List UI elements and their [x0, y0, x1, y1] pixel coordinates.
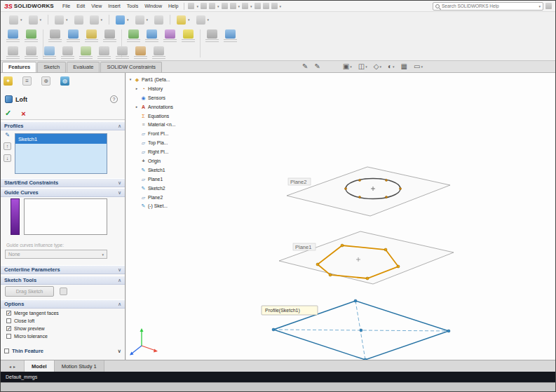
chevron-down-icon[interactable]: ▾	[538, 4, 541, 8]
ribbon-tool[interactable]	[205, 29, 219, 43]
plane1-face[interactable]	[279, 231, 454, 284]
section-centerline-parameters[interactable]: Centerline Parameters ∨	[1, 265, 125, 274]
open-document-icon[interactable]	[201, 3, 207, 9]
undo-icon[interactable]	[230, 3, 236, 9]
chevron-down-icon[interactable]: ▾	[250, 4, 252, 8]
search-input[interactable]	[442, 4, 536, 8]
expand-arrow-icon[interactable]: ▸	[135, 86, 139, 90]
file-properties-icon[interactable]	[263, 3, 269, 9]
tab-model[interactable]: Model	[25, 360, 55, 372]
appearance-icon[interactable]	[177, 15, 186, 25]
tree-item-front-plane[interactable]: ▱ Front Pl...	[135, 129, 187, 138]
chevron-down-icon[interactable]: ▾	[365, 65, 367, 69]
toolbar-group[interactable]: ▾	[196, 15, 210, 25]
move-up-button[interactable]: ↑	[4, 142, 11, 150]
tool-icon[interactable]	[29, 15, 38, 25]
tool-icon[interactable]	[55, 15, 64, 25]
section-profiles[interactable]: Profiles ∧	[1, 121, 125, 130]
checkbox-merge-tangent-faces[interactable]: ✓ Merge tangent faces	[6, 309, 59, 316]
tree-item-plane2[interactable]: ▱ Plane2	[135, 193, 187, 202]
toolbar-group[interactable]: ▾	[90, 15, 103, 25]
feature-manager-tab-icon[interactable]: ≡	[22, 76, 32, 86]
tree-item-sketch1[interactable]: ✎ Sketch1	[135, 165, 187, 175]
ribbon-tool[interactable]	[6, 46, 20, 60]
help-icon[interactable]: ?	[110, 95, 118, 103]
tree-item-right-plane[interactable]: ▱ Right Pl...	[135, 147, 187, 156]
plane1-label[interactable]: Plane1	[295, 244, 311, 250]
menu-file[interactable]: File	[60, 4, 72, 8]
checkbox-icon[interactable]	[4, 349, 9, 353]
chevron-down-icon[interactable]: ▾	[208, 18, 210, 22]
print-icon[interactable]	[222, 3, 228, 9]
sketch-pencil-icon[interactable]: ✎	[314, 62, 320, 70]
menu-view[interactable]: View	[89, 4, 104, 8]
menu-edit[interactable]: Edit	[74, 4, 87, 8]
cancel-button[interactable]: ×	[21, 109, 25, 118]
tree-item-history[interactable]: ▸ ◔ History	[135, 84, 187, 93]
tool-icon[interactable]	[9, 15, 18, 25]
scroll-right-icon[interactable]: ▸	[13, 364, 15, 369]
profile-list-item[interactable]: Sketch1	[15, 134, 107, 144]
ribbon-tool[interactable]	[103, 29, 116, 43]
ribbon-tool[interactable]	[134, 46, 147, 60]
tool-icon[interactable]	[90, 15, 99, 25]
plane2-label[interactable]: Plane2	[290, 179, 306, 185]
checkbox-icon[interactable]: ✓	[6, 326, 11, 331]
profiles-listbox[interactable]: Sketch1	[15, 133, 107, 174]
toolbar-group[interactable]	[74, 15, 83, 25]
search-box[interactable]: ▾	[433, 2, 543, 11]
ribbon-tool[interactable]	[25, 46, 38, 60]
checkbox-icon[interactable]: ✓	[6, 311, 11, 316]
tool-icon[interactable]	[196, 15, 205, 25]
hide-show-items-icon[interactable]: ◐▾	[388, 62, 395, 70]
drag-sketch-aux-icon[interactable]	[60, 288, 67, 295]
ribbon-tool[interactable]	[224, 29, 237, 43]
menu-tools[interactable]: Tools	[125, 4, 140, 8]
chevron-down-icon[interactable]: ▾	[40, 18, 42, 22]
window-controls-icon[interactable]	[545, 3, 552, 9]
tab-features[interactable]: Features	[2, 62, 36, 72]
ribbon-tool[interactable]	[145, 29, 158, 43]
options-icon[interactable]	[271, 3, 278, 9]
ribbon-tool[interactable]	[43, 46, 56, 60]
chevron-down-icon[interactable]: ▾	[20, 18, 22, 22]
chevron-down-icon[interactable]: ▾	[66, 18, 68, 22]
move-down-button[interactable]: ↓	[4, 154, 11, 162]
toolbar-group[interactable]: ▾	[9, 15, 22, 25]
toolbar-group[interactable]: ▾	[55, 15, 68, 25]
tab-sketch[interactable]: Sketch	[37, 62, 66, 72]
chevron-down-icon[interactable]: ▾	[238, 4, 240, 8]
checkbox-icon[interactable]	[6, 318, 11, 323]
chevron-down-icon[interactable]: ▾	[393, 65, 395, 69]
chevron-down-icon[interactable]: ▾	[379, 65, 381, 69]
tab-evaluate[interactable]: Evaluate	[67, 62, 100, 72]
plane2-face[interactable]	[287, 167, 450, 216]
section-options[interactable]: Options ∧	[1, 299, 125, 309]
menu-window[interactable]: Window	[142, 4, 164, 8]
apply-scene-icon[interactable]: ▦	[401, 62, 407, 70]
display-style-icon[interactable]: ◇▾	[374, 62, 381, 70]
ribbon-tool[interactable]	[116, 46, 129, 60]
menu-insert[interactable]: Insert	[106, 4, 123, 8]
toolbar-group[interactable]: ▾	[135, 15, 149, 25]
view-settings-icon[interactable]: ▭▾	[414, 62, 423, 70]
display-manager-tab-icon[interactable]: ◍	[60, 76, 69, 86]
ok-button[interactable]: ✓	[5, 109, 11, 118]
view-orientation-icon[interactable]: ◫▾	[358, 62, 367, 70]
tree-item-sketch3[interactable]: ✎ (-) Sket...	[135, 201, 187, 210]
ribbon-tool[interactable]	[152, 46, 165, 60]
checkbox-micro-tolerance[interactable]: Micro tolerance	[6, 332, 48, 339]
ribbon-tool[interactable]	[127, 29, 140, 43]
section-guide-curves[interactable]: Guide Curves ∨	[1, 188, 125, 197]
dimxpert-tab-icon[interactable]: ⊕	[41, 76, 50, 86]
property-manager-tab-icon[interactable]: ✦	[4, 76, 13, 86]
view-cube-icon[interactable]	[116, 15, 125, 25]
checkbox-icon[interactable]	[6, 334, 11, 339]
ribbon-tool[interactable]	[48, 29, 62, 43]
tree-item-top-plane[interactable]: ▱ Top Pla...	[135, 138, 187, 147]
chevron-down-icon[interactable]: ▾	[421, 65, 423, 69]
influence-type-dropdown[interactable]: None ▾	[5, 250, 107, 259]
ribbon-tool[interactable]	[163, 29, 177, 43]
ribbon-tool[interactable]	[25, 29, 38, 43]
tool-icon[interactable]	[154, 15, 163, 25]
